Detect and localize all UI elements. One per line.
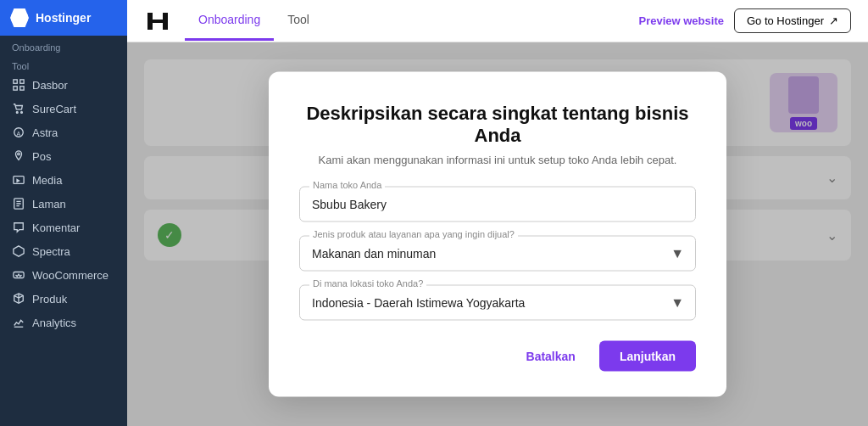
sidebar-label-surecart: SureCart <box>32 103 76 115</box>
spectra-icon <box>12 244 25 258</box>
sidebar-item-woocommerce[interactable]: WooCommerce <box>0 263 127 287</box>
svg-point-9 <box>18 153 20 155</box>
content-area: woo ⌄ ✓ ⌄ Deskripsikan secara singk <box>127 42 868 426</box>
nama-toko-field: Nama toko Anda <box>299 187 696 222</box>
sidebar-label-laman: Laman <box>32 198 66 210</box>
svg-marker-12 <box>14 246 24 256</box>
sidebar-label-komentar: Komentar <box>32 221 80 234</box>
svg-rect-4 <box>20 87 24 90</box>
external-link-icon: ↗ <box>829 14 838 27</box>
sidebar-item-produk[interactable]: Produk <box>0 287 127 311</box>
svg-text:A: A <box>16 131 20 137</box>
pin-icon <box>12 149 25 163</box>
modal-subtitle: Kami akan menggunakan informasi ini untu… <box>299 154 696 166</box>
svg-point-5 <box>16 112 18 114</box>
sidebar-item-laman[interactable]: Laman <box>0 192 127 216</box>
media-icon <box>12 173 25 187</box>
sidebar-item-komentar[interactable]: Komentar <box>0 216 127 239</box>
tab-tool[interactable]: Tool <box>274 1 323 41</box>
preview-website-button[interactable]: Preview website <box>639 14 724 27</box>
lokasi-toko-label: Di mana lokasi toko Anda? <box>309 278 426 289</box>
hostinger-logo-icon <box>10 8 29 27</box>
svg-point-6 <box>21 112 23 114</box>
topnav-tabs: Onboarding Tool <box>185 1 639 41</box>
lokasi-toko-field: Di mana lokasi toko Anda? Indonesia - Da… <box>299 285 696 321</box>
sidebar: Hostinger Onboarding Tool Dasbor SureCar… <box>0 0 127 426</box>
sidebar-label-spectra: Spectra <box>32 245 70 258</box>
svg-rect-2 <box>20 80 24 83</box>
circle-a-icon: A <box>12 126 25 139</box>
sidebar-label-astra: Astra <box>32 126 58 139</box>
sidebar-header: Hostinger <box>0 0 127 36</box>
box-icon <box>12 292 25 305</box>
business-description-modal: Deskripsikan secara singkat tentang bisn… <box>269 72 726 397</box>
sidebar-item-pos[interactable]: Pos <box>0 144 127 168</box>
sidebar-item-media[interactable]: Media <box>0 168 127 192</box>
topnav-actions: Preview website Go to Hostinger ↗ <box>639 8 852 33</box>
top-navigation: Onboarding Tool Preview website Go to Ho… <box>127 0 868 42</box>
sidebar-section-tool: Tool <box>0 54 127 73</box>
comment-icon <box>12 221 25 234</box>
cart-icon <box>12 102 25 115</box>
jenis-produk-wrapper: Makanan dan minuman Fashion Elektronik K… <box>299 236 696 272</box>
jenis-produk-select[interactable]: Makanan dan minuman Fashion Elektronik K… <box>299 236 696 272</box>
lanjutkan-button[interactable]: Lanjutkan <box>599 341 696 372</box>
svg-rect-3 <box>14 87 17 90</box>
tab-onboarding[interactable]: Onboarding <box>185 1 274 41</box>
sidebar-section-onboarding: Onboarding <box>0 36 127 54</box>
sidebar-label-woocommerce: WooCommerce <box>32 269 108 282</box>
sidebar-label-produk: Produk <box>32 293 67 305</box>
sidebar-item-astra[interactable]: A Astra <box>0 121 127 144</box>
sidebar-label-analytics: Analytics <box>32 317 76 329</box>
svg-marker-0 <box>11 9 28 26</box>
sidebar-label-pos: Pos <box>32 150 51 163</box>
main-content: Onboarding Tool Preview website Go to Ho… <box>127 0 868 426</box>
modal-title: Deskripsikan secara singkat tentang bisn… <box>299 103 696 147</box>
sidebar-item-surecart[interactable]: SureCart <box>0 97 127 121</box>
grid-icon <box>12 78 25 92</box>
sidebar-item-dasbor[interactable]: Dasbor <box>0 73 127 97</box>
svg-rect-1 <box>14 80 17 83</box>
jenis-produk-field: Jenis produk atau layanan apa yang ingin… <box>299 236 696 272</box>
hostinger-nav-logo <box>144 8 171 35</box>
lokasi-toko-select[interactable]: Indonesia - Daerah Istimewa Yogyakarta I… <box>299 285 696 321</box>
lokasi-toko-wrapper: Indonesia - Daerah Istimewa Yogyakarta I… <box>299 285 696 321</box>
woo-icon <box>12 268 25 282</box>
go-to-hostinger-button[interactable]: Go to Hostinger ↗ <box>734 8 851 33</box>
sidebar-item-analytics[interactable]: Analytics <box>0 311 127 334</box>
batalkan-button[interactable]: Batalkan <box>513 341 589 372</box>
sidebar-brand-title: Hostinger <box>36 11 91 25</box>
sidebar-label-media: Media <box>32 174 62 187</box>
modal-actions: Batalkan Lanjutkan <box>299 341 696 372</box>
nama-toko-input[interactable] <box>299 187 696 222</box>
nama-toko-label: Nama toko Anda <box>309 180 385 190</box>
sidebar-item-spectra[interactable]: Spectra <box>0 239 127 263</box>
jenis-produk-label: Jenis produk atau layanan apa yang ingin… <box>309 229 518 239</box>
sidebar-label-dasbor: Dasbor <box>32 79 68 92</box>
page-icon <box>12 197 25 210</box>
chart-icon <box>12 316 25 329</box>
